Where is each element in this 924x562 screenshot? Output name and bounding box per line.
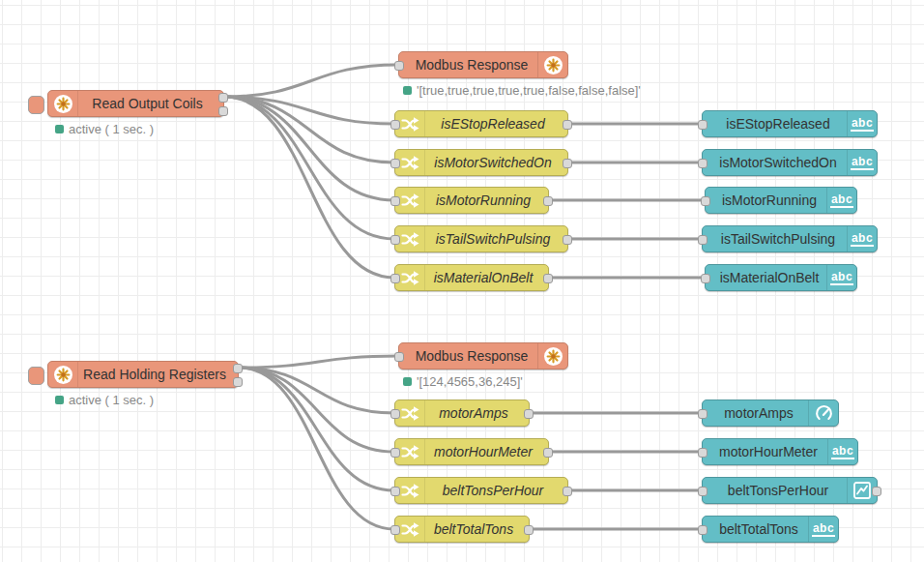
node-icon-section: abc bbox=[826, 188, 856, 213]
input-port[interactable] bbox=[390, 159, 400, 168]
node-ch-tph[interactable]: beltTonsPerHour bbox=[394, 477, 568, 504]
wire[interactable] bbox=[239, 356, 398, 368]
input-port[interactable] bbox=[701, 196, 710, 206]
node-ui-switchedon[interactable]: abcisMotorSwitchedOn bbox=[702, 149, 878, 176]
wire[interactable] bbox=[224, 65, 398, 97]
input-port[interactable] bbox=[698, 487, 707, 496]
change-icon bbox=[401, 270, 419, 286]
input-port[interactable] bbox=[390, 409, 400, 419]
input-port[interactable] bbox=[698, 235, 707, 245]
input-port[interactable] bbox=[390, 525, 400, 535]
output-port[interactable] bbox=[233, 364, 243, 373]
output-port[interactable] bbox=[233, 377, 243, 387]
abc-icon: abc bbox=[851, 117, 874, 132]
node-label: isMotorSwitchedOn bbox=[708, 150, 848, 175]
wire[interactable] bbox=[239, 368, 394, 490]
status-text: active ( 1 sec. ) bbox=[69, 122, 154, 136]
node-resp1[interactable]: Modbus Response bbox=[398, 51, 568, 78]
input-port[interactable] bbox=[390, 274, 400, 283]
input-port[interactable] bbox=[698, 525, 707, 535]
node-label: isMotorSwitchedOn bbox=[424, 150, 562, 175]
status-text: '[true,true,true,true,true,false,false,f… bbox=[417, 83, 641, 98]
node-icon-section: abc bbox=[826, 265, 856, 290]
node-label: motorHourMeter bbox=[424, 439, 542, 464]
node-ui-totaltons[interactable]: abcbeltTotalTons bbox=[702, 516, 839, 543]
abc-icon: abc bbox=[851, 156, 874, 170]
node-label: isMaterialOnBelt bbox=[424, 265, 542, 290]
abc-icon-label: abc bbox=[851, 156, 874, 170]
node-ch-amps[interactable]: motorAmps bbox=[394, 399, 530, 427]
node-label: beltTotalTons bbox=[424, 517, 523, 542]
status-text: '[124,4565,36,245]' bbox=[417, 374, 523, 389]
modbus-icon bbox=[544, 347, 563, 366]
output-port[interactable] bbox=[872, 487, 881, 496]
abc-icon: abc bbox=[812, 522, 835, 537]
abc-icon-label: abc bbox=[830, 193, 853, 208]
output-port[interactable] bbox=[543, 274, 553, 283]
node-label: isMaterialOnBelt bbox=[711, 265, 827, 290]
flow-canvas[interactable]: Read Output Coilsactive ( 1 sec. ) Modbu… bbox=[0, 0, 924, 562]
node-label: beltTonsPerHour bbox=[708, 478, 848, 503]
change-icon bbox=[401, 192, 419, 209]
node-ch-switchedon[interactable]: isMotorSwitchedOn bbox=[394, 149, 568, 176]
output-port[interactable] bbox=[563, 487, 572, 496]
input-port[interactable] bbox=[394, 352, 404, 362]
node-status: active ( 1 sec. ) bbox=[55, 122, 154, 136]
node-ch-tailswitch[interactable]: isTailSwitchPulsing bbox=[394, 225, 568, 252]
output-port[interactable] bbox=[543, 448, 553, 458]
input-port[interactable] bbox=[390, 448, 400, 458]
node-ui-hourmeter[interactable]: abcmotorHourMeter bbox=[702, 438, 858, 465]
input-port[interactable] bbox=[390, 120, 400, 130]
wire[interactable] bbox=[239, 368, 394, 452]
node-label: motorAmps bbox=[424, 400, 523, 426]
chart-icon bbox=[852, 481, 872, 500]
output-port[interactable] bbox=[218, 106, 228, 116]
node-label: motorHourMeter bbox=[708, 439, 828, 464]
abc-icon: abc bbox=[830, 193, 853, 208]
node-ui-estop[interactable]: abcisEStopReleased bbox=[702, 110, 878, 137]
input-port[interactable] bbox=[390, 196, 400, 206]
output-port[interactable] bbox=[524, 525, 534, 535]
node-ch-estop[interactable]: isEStopReleased bbox=[394, 110, 568, 137]
wire[interactable] bbox=[224, 97, 394, 239]
node-label: Read Holding Registers bbox=[77, 362, 232, 387]
abc-icon: abc bbox=[830, 271, 853, 285]
node-ch-material[interactable]: isMaterialOnBelt bbox=[394, 264, 549, 291]
wire[interactable] bbox=[224, 97, 394, 163]
output-port[interactable] bbox=[218, 93, 228, 103]
input-port[interactable] bbox=[701, 274, 710, 283]
abc-icon: abc bbox=[851, 232, 874, 247]
node-resp2[interactable]: Modbus Response bbox=[398, 342, 568, 370]
change-icon bbox=[401, 444, 419, 460]
abc-icon-label: abc bbox=[830, 271, 853, 285]
output-port[interactable] bbox=[563, 235, 572, 245]
abc-icon-label: abc bbox=[831, 445, 854, 459]
output-port[interactable] bbox=[524, 409, 534, 419]
node-icon-section bbox=[537, 343, 567, 369]
node-status: active ( 1 sec. ) bbox=[55, 393, 154, 407]
node-read-holding[interactable]: Read Holding Registers bbox=[47, 361, 239, 388]
output-port[interactable] bbox=[563, 120, 572, 130]
node-button[interactable] bbox=[28, 367, 44, 385]
node-read-coils[interactable]: Read Output Coils bbox=[47, 90, 224, 117]
input-port[interactable] bbox=[394, 61, 404, 71]
output-port[interactable] bbox=[563, 159, 572, 168]
node-ui-material[interactable]: abcisMaterialOnBelt bbox=[705, 264, 857, 291]
change-icon bbox=[401, 405, 419, 422]
input-port[interactable] bbox=[698, 409, 707, 419]
node-ch-running[interactable]: isMotorRunning bbox=[394, 187, 549, 214]
node-ch-totaltons[interactable]: beltTotalTons bbox=[394, 516, 530, 543]
input-port[interactable] bbox=[698, 448, 707, 458]
output-port[interactable] bbox=[543, 196, 553, 206]
node-ui-tailswitch[interactable]: abcisTailSwitchPulsing bbox=[702, 225, 878, 252]
node-icon-section bbox=[48, 362, 78, 387]
node-ui-amps[interactable]: motorAmps bbox=[702, 399, 839, 427]
node-ui-running[interactable]: abcisMotorRunning bbox=[705, 187, 857, 214]
input-port[interactable] bbox=[390, 235, 400, 245]
node-ch-hourmeter[interactable]: motorHourMeter bbox=[394, 438, 549, 465]
input-port[interactable] bbox=[698, 120, 707, 130]
node-button[interactable] bbox=[28, 96, 44, 114]
input-port[interactable] bbox=[698, 159, 707, 168]
node-ui-tph[interactable]: beltTonsPerHour bbox=[702, 477, 878, 504]
input-port[interactable] bbox=[390, 487, 400, 496]
